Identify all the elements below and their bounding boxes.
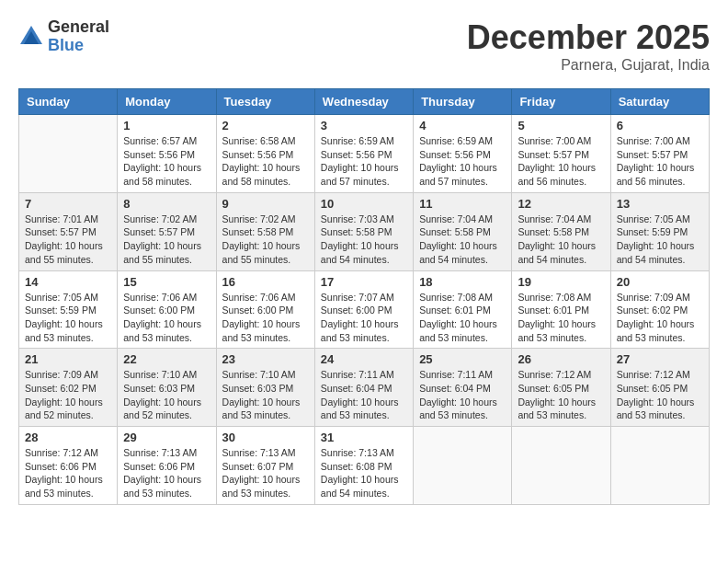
day-number: 14 [25,275,111,289]
day-number: 12 [518,197,604,211]
calendar-day-header: Monday [118,89,216,115]
calendar-cell: 12Sunrise: 7:04 AM Sunset: 5:58 PM Dayli… [512,192,610,270]
day-info: Sunrise: 6:58 AM Sunset: 5:56 PM Dayligh… [222,134,309,189]
day-info: Sunrise: 7:13 AM Sunset: 6:06 PM Dayligh… [123,446,210,500]
day-info: Sunrise: 7:05 AM Sunset: 5:59 PM Dayligh… [617,213,703,267]
day-info: Sunrise: 7:11 AM Sunset: 6:04 PM Dayligh… [321,368,407,422]
calendar-cell: 22Sunrise: 7:10 AM Sunset: 6:03 PM Dayli… [118,349,216,427]
day-number: 9 [222,197,309,211]
calendar-day-header: Saturday [610,89,709,115]
day-info: Sunrise: 6:59 AM Sunset: 5:56 PM Dayligh… [321,134,407,189]
day-number: 18 [419,275,506,289]
day-info: Sunrise: 7:06 AM Sunset: 6:00 PM Dayligh… [123,291,210,345]
calendar-week-row: 21Sunrise: 7:09 AM Sunset: 6:02 PM Dayli… [19,349,710,427]
calendar-cell: 11Sunrise: 7:04 AM Sunset: 5:58 PM Dayli… [414,192,512,270]
calendar-cell: 28Sunrise: 7:12 AM Sunset: 6:06 PM Dayli… [19,427,118,505]
calendar-cell: 14Sunrise: 7:05 AM Sunset: 5:59 PM Dayli… [19,270,118,349]
calendar-cell: 17Sunrise: 7:07 AM Sunset: 6:00 PM Dayli… [314,270,413,349]
calendar-cell: 5Sunrise: 7:00 AM Sunset: 5:57 PM Daylig… [512,115,610,193]
day-info: Sunrise: 6:57 AM Sunset: 5:56 PM Dayligh… [123,134,210,189]
calendar-day-header: Sunday [19,89,118,115]
calendar-cell: 23Sunrise: 7:10 AM Sunset: 6:03 PM Dayli… [216,349,314,427]
day-number: 22 [123,352,210,366]
calendar-cell: 1Sunrise: 6:57 AM Sunset: 5:56 PM Daylig… [118,115,216,193]
day-number: 1 [123,119,210,132]
day-number: 24 [321,352,407,366]
calendar-cell: 13Sunrise: 7:05 AM Sunset: 5:59 PM Dayli… [610,192,709,270]
day-number: 3 [321,119,407,132]
calendar-cell: 3Sunrise: 6:59 AM Sunset: 5:56 PM Daylig… [314,115,413,193]
day-number: 25 [419,352,506,366]
day-info: Sunrise: 7:08 AM Sunset: 6:01 PM Dayligh… [518,291,604,345]
day-number: 2 [222,119,309,132]
day-info: Sunrise: 7:04 AM Sunset: 5:58 PM Dayligh… [518,213,604,267]
calendar-cell: 29Sunrise: 7:13 AM Sunset: 6:06 PM Dayli… [118,427,216,505]
title-section: December 2025 Parnera, Gujarat, India [467,18,710,74]
day-number: 26 [518,352,604,366]
day-number: 30 [222,431,309,444]
day-number: 21 [25,352,111,366]
logo-icon [18,24,44,50]
day-number: 16 [222,275,309,289]
day-info: Sunrise: 7:00 AM Sunset: 5:57 PM Dayligh… [617,134,703,189]
calendar-day-header: Friday [512,89,610,115]
logo-text: General Blue [48,18,109,55]
day-number: 31 [321,431,407,444]
calendar-cell: 6Sunrise: 7:00 AM Sunset: 5:57 PM Daylig… [610,115,709,193]
day-info: Sunrise: 7:00 AM Sunset: 5:57 PM Dayligh… [518,134,604,189]
calendar-cell: 19Sunrise: 7:08 AM Sunset: 6:01 PM Dayli… [512,270,610,349]
day-number: 5 [518,119,604,132]
day-info: Sunrise: 7:10 AM Sunset: 6:03 PM Dayligh… [222,368,309,422]
calendar-cell [610,427,709,505]
calendar-cell: 15Sunrise: 7:06 AM Sunset: 6:00 PM Dayli… [118,270,216,349]
day-number: 27 [617,352,703,366]
day-info: Sunrise: 7:06 AM Sunset: 6:00 PM Dayligh… [222,291,309,345]
calendar-cell [19,115,118,193]
day-info: Sunrise: 7:02 AM Sunset: 5:58 PM Dayligh… [222,213,309,267]
calendar-week-row: 1Sunrise: 6:57 AM Sunset: 5:56 PM Daylig… [19,115,710,193]
day-info: Sunrise: 7:12 AM Sunset: 6:06 PM Dayligh… [25,446,111,500]
calendar-cell: 10Sunrise: 7:03 AM Sunset: 5:58 PM Dayli… [314,192,413,270]
month-title: December 2025 [467,18,710,57]
calendar-cell: 4Sunrise: 6:59 AM Sunset: 5:56 PM Daylig… [414,115,512,193]
day-number: 29 [123,431,210,444]
calendar-cell: 18Sunrise: 7:08 AM Sunset: 6:01 PM Dayli… [414,270,512,349]
calendar-table: SundayMondayTuesdayWednesdayThursdayFrid… [18,88,710,505]
day-info: Sunrise: 7:12 AM Sunset: 6:05 PM Dayligh… [518,368,604,422]
calendar-cell: 2Sunrise: 6:58 AM Sunset: 5:56 PM Daylig… [216,115,314,193]
day-number: 8 [123,197,210,211]
logo-general: General [48,18,109,37]
day-number: 28 [25,431,111,444]
calendar-cell: 31Sunrise: 7:13 AM Sunset: 6:08 PM Dayli… [314,427,413,505]
day-info: Sunrise: 7:01 AM Sunset: 5:57 PM Dayligh… [25,213,111,267]
day-info: Sunrise: 7:03 AM Sunset: 5:58 PM Dayligh… [321,213,407,267]
logo-blue: Blue [48,37,109,55]
calendar-cell: 24Sunrise: 7:11 AM Sunset: 6:04 PM Dayli… [314,349,413,427]
day-info: Sunrise: 7:13 AM Sunset: 6:08 PM Dayligh… [321,446,407,500]
calendar-cell: 26Sunrise: 7:12 AM Sunset: 6:05 PM Dayli… [512,349,610,427]
calendar-cell [414,427,512,505]
day-info: Sunrise: 7:07 AM Sunset: 6:00 PM Dayligh… [321,291,407,345]
day-info: Sunrise: 7:04 AM Sunset: 5:58 PM Dayligh… [419,213,506,267]
day-number: 15 [123,275,210,289]
day-info: Sunrise: 7:08 AM Sunset: 6:01 PM Dayligh… [419,291,506,345]
location: Parnera, Gujarat, India [467,57,710,74]
calendar-week-row: 28Sunrise: 7:12 AM Sunset: 6:06 PM Dayli… [19,427,710,505]
day-info: Sunrise: 7:11 AM Sunset: 6:04 PM Dayligh… [419,368,506,422]
day-number: 11 [419,197,506,211]
calendar-day-header: Thursday [414,89,512,115]
day-info: Sunrise: 7:02 AM Sunset: 5:57 PM Dayligh… [123,213,210,267]
calendar-cell: 9Sunrise: 7:02 AM Sunset: 5:58 PM Daylig… [216,192,314,270]
day-info: Sunrise: 7:13 AM Sunset: 6:07 PM Dayligh… [222,446,309,500]
page-header: General Blue December 2025 Parnera, Guja… [18,18,710,74]
day-number: 20 [617,275,703,289]
calendar-cell: 8Sunrise: 7:02 AM Sunset: 5:57 PM Daylig… [118,192,216,270]
calendar-cell: 16Sunrise: 7:06 AM Sunset: 6:00 PM Dayli… [216,270,314,349]
day-info: Sunrise: 6:59 AM Sunset: 5:56 PM Dayligh… [419,134,506,189]
day-info: Sunrise: 7:09 AM Sunset: 6:02 PM Dayligh… [25,368,111,422]
day-number: 10 [321,197,407,211]
calendar-week-row: 7Sunrise: 7:01 AM Sunset: 5:57 PM Daylig… [19,192,710,270]
day-number: 4 [419,119,506,132]
calendar-cell: 30Sunrise: 7:13 AM Sunset: 6:07 PM Dayli… [216,427,314,505]
calendar-cell [512,427,610,505]
